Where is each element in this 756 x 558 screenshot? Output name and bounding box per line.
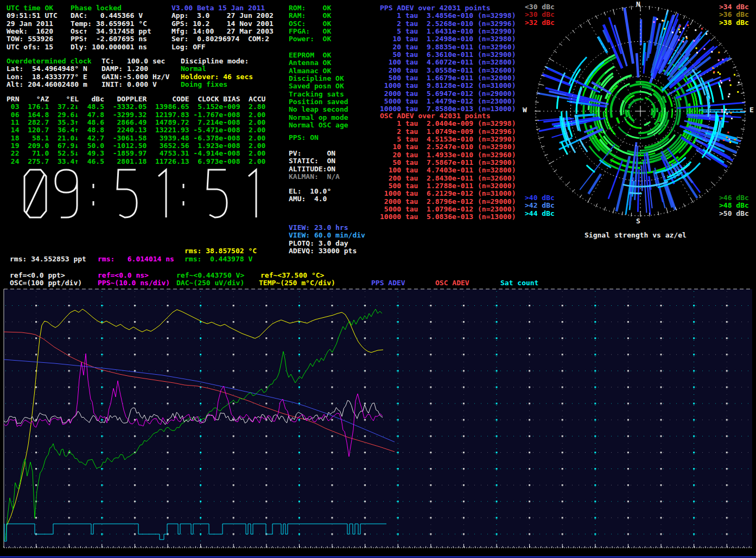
grid-marker <box>167 517 169 518</box>
grid-marker <box>332 468 333 470</box>
grid-marker <box>68 305 70 306</box>
grid-marker <box>594 517 596 518</box>
grid-marker <box>529 501 530 502</box>
grid-marker <box>134 370 136 371</box>
grid-marker <box>463 484 465 486</box>
grid-marker <box>496 419 498 421</box>
grid-marker <box>693 435 695 437</box>
grid-marker <box>35 403 37 405</box>
grid-marker <box>496 387 498 388</box>
grid-marker <box>529 370 530 371</box>
grid-marker <box>332 501 333 502</box>
grid-marker <box>332 370 333 371</box>
grid-marker <box>627 501 629 502</box>
grid-marker <box>265 354 267 355</box>
grid-marker <box>463 403 465 405</box>
grid-marker <box>364 419 366 421</box>
grid-marker <box>298 435 300 437</box>
grid-marker <box>562 321 563 323</box>
grid-marker <box>693 452 695 453</box>
grid-marker <box>35 517 37 518</box>
grid-marker <box>35 452 37 453</box>
grid-marker <box>693 484 695 486</box>
grid-marker <box>430 419 431 421</box>
grid-marker <box>200 517 201 518</box>
grid-marker <box>332 484 333 486</box>
grid-marker <box>562 387 563 388</box>
grid-marker <box>298 484 300 486</box>
grid-marker <box>68 501 70 502</box>
grid-marker <box>627 305 629 306</box>
grid-marker <box>463 468 465 470</box>
grid-marker <box>660 468 662 470</box>
grid-marker <box>364 435 366 437</box>
grid-marker <box>364 305 366 306</box>
grid-marker <box>693 305 695 306</box>
grid-marker <box>101 305 103 306</box>
grid-marker <box>265 517 267 518</box>
grid-marker <box>265 387 267 388</box>
grid-marker <box>594 305 596 306</box>
grid-marker <box>397 370 399 371</box>
history-plot <box>0 0 756 558</box>
grid-marker <box>627 468 629 470</box>
grid-marker <box>101 517 103 518</box>
grid-marker <box>693 533 695 535</box>
grid-marker <box>430 468 431 470</box>
grid-marker <box>200 501 201 502</box>
grid-marker <box>693 501 695 502</box>
grid-marker <box>397 387 399 388</box>
grid-marker <box>233 387 234 388</box>
grid-marker <box>660 435 662 437</box>
grid-marker <box>265 435 267 437</box>
grid-marker <box>397 484 399 486</box>
grid-marker <box>430 452 431 453</box>
grid-marker <box>496 321 498 323</box>
grid-marker <box>496 533 498 535</box>
grid-marker <box>265 403 267 405</box>
grid-marker <box>68 403 70 405</box>
grid-marker <box>726 501 728 502</box>
grid-marker <box>562 354 563 355</box>
grid-marker <box>134 501 136 502</box>
grid-marker <box>594 452 596 453</box>
grid-marker <box>529 321 530 323</box>
grid-marker <box>364 517 366 518</box>
grid-marker <box>265 337 267 339</box>
grid-marker <box>463 435 465 437</box>
grid-marker <box>167 403 169 405</box>
grid-marker <box>463 337 465 339</box>
grid-marker <box>463 501 465 502</box>
grid-marker <box>332 533 333 535</box>
grid-marker <box>430 533 431 535</box>
grid-marker <box>463 517 465 518</box>
grid-marker <box>562 305 563 306</box>
grid-marker <box>430 387 431 388</box>
grid-marker <box>430 354 431 355</box>
grid-marker <box>627 517 629 518</box>
grid-marker <box>332 435 333 437</box>
grid-marker <box>496 354 498 355</box>
grid-marker <box>562 517 563 518</box>
grid-marker <box>594 435 596 437</box>
grid-marker <box>562 419 563 421</box>
grid-marker <box>594 337 596 339</box>
grid-marker <box>529 468 530 470</box>
grid-marker <box>167 452 169 453</box>
grid-marker <box>660 370 662 371</box>
grid-marker <box>594 370 596 371</box>
grid-marker <box>364 452 366 453</box>
grid-marker <box>233 337 234 339</box>
plot-background <box>4 289 752 548</box>
grid-marker <box>594 501 596 502</box>
grid-marker <box>134 387 136 388</box>
grid-marker <box>397 533 399 535</box>
grid-marker <box>529 387 530 388</box>
grid-marker <box>134 305 136 306</box>
grid-marker <box>134 468 136 470</box>
grid-marker <box>627 370 629 371</box>
grid-marker <box>101 419 103 421</box>
grid-marker <box>397 452 399 453</box>
grid-marker <box>200 403 201 405</box>
grid-marker <box>298 387 300 388</box>
